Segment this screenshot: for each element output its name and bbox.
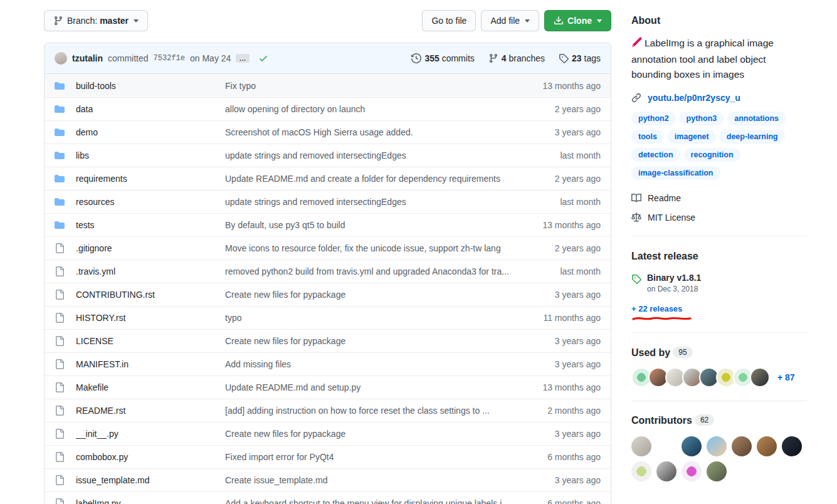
file-name-link[interactable]: __init__.py — [76, 429, 225, 439]
file-row[interactable]: resourcesupdate strings and removed inte… — [45, 190, 611, 213]
commit-status-check-icon[interactable] — [258, 53, 268, 63]
commit-message-expand-button[interactable]: … — [236, 54, 250, 63]
file-name-link[interactable]: MANIFEST.in — [76, 359, 225, 369]
file-row[interactable]: LICENSECreate new files for pypackage3 y… — [45, 329, 611, 352]
file-row[interactable]: combobox.pyFixed import error for PyQt46… — [45, 445, 611, 468]
file-name-link[interactable]: LICENSE — [76, 336, 225, 346]
file-row[interactable]: requirementsUpdate README.md and create … — [45, 167, 611, 190]
file-row[interactable]: __init__.pyCreate new files for pypackag… — [45, 422, 611, 445]
commit-message-link[interactable]: Update README.md and create a folder for… — [225, 174, 522, 184]
file-row[interactable]: MakefileUpdate README.md and setup.py13 … — [45, 375, 611, 399]
file-name-link[interactable]: issue_template.md — [76, 475, 225, 485]
file-name-link[interactable]: requirements — [76, 174, 225, 184]
file-row[interactable]: HISTORY.rsttypo11 months ago — [45, 306, 611, 329]
contributor-avatar[interactable] — [757, 436, 777, 456]
branch-selector-button[interactable]: Branch: master — [44, 10, 148, 31]
commit-message-link[interactable]: update strings and removed intersectingE… — [225, 197, 522, 207]
file-name-link[interactable]: libs — [76, 150, 225, 160]
commit-message-link[interactable]: allow opening of directory on launch — [225, 104, 522, 114]
contributor-avatar[interactable] — [631, 436, 651, 456]
contributor-avatar[interactable] — [707, 436, 727, 456]
file-name-link[interactable]: .gitignore — [76, 243, 225, 253]
topic-tag-deep-learning[interactable]: deep-learning — [720, 130, 785, 144]
clone-button[interactable]: Clone — [544, 10, 611, 31]
topic-tag-tools[interactable]: tools — [631, 130, 664, 144]
file-name-link[interactable]: tests — [76, 220, 225, 230]
contributor-avatar[interactable] — [682, 461, 702, 481]
used-by-avatar[interactable] — [750, 367, 770, 387]
file-row[interactable]: issue_template.mdCreate issue_template.m… — [45, 468, 611, 491]
contributor-avatar[interactable] — [732, 436, 752, 456]
commit-message-link[interactable]: Create new files for pypackage — [225, 290, 522, 300]
file-name-link[interactable]: build-tools — [76, 81, 225, 91]
file-name-link[interactable]: README.rst — [76, 406, 225, 416]
website-link[interactable]: youtu.be/p0nr2yscy_u — [648, 93, 740, 103]
file-row[interactable]: libsupdate strings and removed intersect… — [45, 144, 611, 167]
commit-author-avatar[interactable] — [55, 52, 67, 65]
contributor-avatar[interactable] — [682, 436, 702, 456]
file-icon-cell — [55, 452, 65, 462]
commit-message-link[interactable]: Move icons to resource folder, fix the u… — [225, 243, 522, 253]
file-name-link[interactable]: resources — [76, 197, 225, 207]
commit-message-link[interactable]: update strings and removed intersectingE… — [225, 150, 522, 160]
file-icon-cell — [55, 313, 65, 323]
commits-count-link[interactable]: 355 commits — [411, 53, 474, 63]
file-row[interactable]: MANIFEST.inAdd missing files3 years ago — [45, 352, 611, 375]
file-row[interactable]: testsBy default, use py3 qt5 to build13 … — [45, 213, 611, 236]
topic-tag-python2[interactable]: python2 — [631, 112, 676, 125]
sidebar-divider — [631, 401, 807, 401]
commit-message-link[interactable]: Add missing files — [225, 359, 522, 369]
license-link[interactable]: MIT License — [631, 213, 807, 223]
topic-tag-annotations[interactable]: annotations — [727, 112, 786, 125]
topic-tag-recognition[interactable]: recognition — [684, 148, 740, 162]
topic-tag-imagenet[interactable]: imagenet — [668, 130, 716, 144]
contributor-avatar[interactable] — [631, 461, 651, 481]
commit-message-link[interactable]: Create issue_template.md — [225, 475, 522, 485]
file-name-link[interactable]: HISTORY.rst — [76, 313, 225, 323]
go-to-file-button[interactable]: Go to file — [422, 10, 476, 31]
topic-tag-python3[interactable]: python3 — [680, 112, 724, 125]
used-by-more-link[interactable]: + 87 — [777, 372, 795, 382]
contributor-avatar[interactable] — [782, 436, 802, 456]
commit-message-link[interactable]: removed python2 build from travis.yml an… — [225, 266, 522, 276]
commit-message-link[interactable]: Fix typo — [225, 81, 522, 91]
commit-message-link[interactable]: By default, use py3 qt5 to build — [225, 220, 522, 230]
file-name-link[interactable]: labelImg.py — [76, 498, 225, 504]
file-name-link[interactable]: data — [76, 104, 225, 114]
add-file-button[interactable]: Add file — [481, 10, 539, 31]
file-name-link[interactable]: combobox.py — [76, 452, 225, 462]
file-row[interactable]: build-toolsFix typo13 months ago — [45, 74, 611, 97]
topic-tag-detection[interactable]: detection — [631, 148, 680, 162]
commit-message-link[interactable]: Fixed import error for PyQt4 — [225, 452, 522, 462]
file-name-link[interactable]: CONTRIBUTING.rst — [76, 290, 225, 300]
commit-message-link[interactable]: Update README.md and setup.py — [225, 382, 522, 392]
commit-message-link[interactable]: Create new files for pypackage — [225, 336, 522, 346]
latest-release-link[interactable]: Binary v1.8.1 on Dec 3, 2018 — [631, 273, 807, 293]
contributor-avatar[interactable] — [707, 461, 727, 481]
commit-message-link[interactable]: Screenshot of macOS High Sierra usage ad… — [225, 127, 522, 137]
commit-message-link[interactable]: typo — [225, 313, 522, 323]
contributor-avatar[interactable] — [656, 461, 676, 481]
file-row[interactable]: labelImg.pyAdd a keyboard shortcut to th… — [45, 491, 611, 504]
branches-count-link[interactable]: 4 branches — [488, 53, 545, 63]
file-row[interactable]: README.rst[add] adding instruction on ho… — [45, 399, 611, 422]
commit-sha-link[interactable]: 7532f1e — [154, 54, 185, 63]
commit-author-link[interactable]: tzutalin — [72, 53, 103, 63]
file-row[interactable]: demoScreenshot of macOS High Sierra usag… — [45, 120, 611, 144]
file-row[interactable]: .travis.ymlremoved python2 build from tr… — [45, 260, 611, 283]
file-icon — [55, 498, 65, 504]
more-releases-link[interactable]: + 22 releases — [631, 304, 682, 313]
readme-link[interactable]: Readme — [631, 193, 807, 203]
file-row[interactable]: .gitignoreMove icons to resource folder,… — [45, 236, 611, 260]
file-name-link[interactable]: demo — [76, 127, 225, 137]
commit-message-link[interactable]: Create new files for pypackage — [225, 429, 522, 439]
topic-tag-image-classification[interactable]: image-classification — [631, 166, 720, 180]
file-name-link[interactable]: .travis.yml — [76, 266, 225, 276]
tags-count-link[interactable]: 23 tags — [559, 53, 601, 63]
commit-message-link[interactable]: [add] adding instruction on how to force… — [225, 406, 522, 416]
file-row[interactable]: dataallow opening of directory on launch… — [45, 97, 611, 120]
file-name-link[interactable]: Makefile — [76, 382, 225, 392]
file-row[interactable]: CONTRIBUTING.rstCreate new files for pyp… — [45, 283, 611, 306]
commit-message-link[interactable]: Add a keyboard shortcut to the menu view… — [225, 498, 522, 504]
folder-icon — [55, 127, 65, 137]
